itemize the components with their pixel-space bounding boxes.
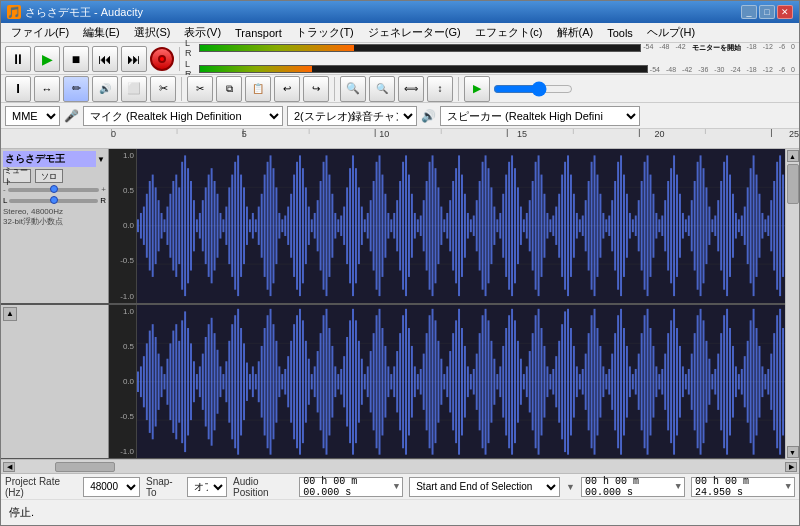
input-device-select[interactable]: マイク (Realtek High Definition [83, 106, 283, 126]
selection-end-field[interactable]: 00 h 00 m 24.950 s ▼ [691, 477, 795, 497]
play-at-speed-button[interactable]: ▶ [464, 76, 490, 102]
audio-position-field[interactable]: 00 h 00 m 00.000 s ▼ [299, 477, 403, 497]
pan-slider[interactable] [9, 199, 98, 203]
svg-rect-181 [626, 194, 628, 258]
svg-rect-214 [723, 162, 725, 290]
record-button[interactable] [150, 47, 174, 71]
svg-rect-77 [320, 181, 322, 271]
svg-rect-15 [137, 219, 139, 232]
svg-rect-121 [449, 200, 451, 251]
gain-slider[interactable] [8, 188, 100, 192]
undo-button[interactable]: ↩ [274, 76, 300, 102]
zoom-tool[interactable]: 🔊 [92, 76, 118, 102]
svg-rect-231 [773, 181, 775, 271]
next-button[interactable]: ⏭ [121, 46, 147, 72]
window-title: さらさデモ王 - Audacity [25, 5, 741, 20]
scroll-up-button[interactable]: ▲ [787, 150, 799, 162]
scale2-max: 1.0 [123, 307, 134, 316]
svg-rect-381 [555, 356, 557, 407]
scale-lower-1: -0.5 [120, 256, 134, 265]
paste-button[interactable]: 📋 [245, 76, 271, 102]
waveform-1[interactable]: // This won't execute in SVG context, us… [137, 149, 785, 303]
svg-rect-28 [175, 175, 177, 277]
svg-rect-411 [644, 315, 646, 448]
timeshift-tool[interactable]: ⬜ [121, 76, 147, 102]
svg-rect-228 [764, 219, 766, 232]
svg-rect-76 [317, 200, 319, 251]
zoom-in-button[interactable]: 🔍 [340, 76, 366, 102]
fit-h-button[interactable]: ⟺ [398, 76, 424, 102]
solo-button[interactable]: ソロ [35, 169, 63, 183]
svg-rect-371 [526, 366, 528, 397]
scroll-thumb-vertical[interactable] [787, 164, 799, 204]
svg-rect-372 [529, 351, 531, 412]
prev-button[interactable]: ⏮ [92, 46, 118, 72]
envelope-tool[interactable]: ↔ [34, 76, 60, 102]
minimize-button[interactable]: _ [741, 5, 757, 19]
track-collapse-button[interactable]: ▼ [96, 154, 106, 164]
svg-rect-186 [641, 181, 643, 271]
output-device-select[interactable]: スピーカー (Realtek High Defini [440, 106, 640, 126]
waveform-2[interactable] [137, 305, 785, 459]
svg-rect-136 [493, 207, 495, 245]
scroll-down-button[interactable]: ▼ [787, 446, 799, 458]
waveform-svg-1: // This won't execute in SVG context, us… [137, 149, 785, 303]
track-header-1: さらさデモ王 ▼ ミュート ソロ - + [1, 149, 109, 303]
stop-button[interactable]: ■ [63, 46, 89, 72]
channel-select[interactable]: 2(ステレオ)録音チャンネ [287, 106, 417, 126]
cut-button[interactable]: ✂ [187, 76, 213, 102]
svg-rect-349 [461, 328, 463, 435]
svg-rect-345 [449, 351, 451, 412]
vu-fill-2 [200, 66, 312, 72]
selection-mode-select[interactable]: Start and End of Selection Start and Len… [409, 477, 560, 497]
multi-tool[interactable]: ✂ [150, 76, 176, 102]
scroll-left-button[interactable]: ◀ [3, 462, 15, 472]
mute-button[interactable]: ミュート [3, 169, 31, 183]
svg-rect-442 [735, 366, 737, 397]
scroll-right-button[interactable]: ▶ [785, 462, 797, 472]
track-header-2: ▲ [1, 305, 109, 459]
waveform-2-container: 1.0 0.5 0.0 -0.5 -1.0 [109, 305, 785, 459]
svg-rect-27 [172, 181, 174, 271]
svg-rect-133 [485, 155, 487, 296]
main-area: さらさデモ王 ▼ ミュート ソロ - + [1, 149, 799, 459]
svg-rect-272 [234, 315, 236, 448]
zoom-out-button[interactable]: 🔍 [369, 76, 395, 102]
track-scroll-up[interactable]: ▲ [3, 307, 17, 321]
play-button[interactable]: ▶ [34, 46, 60, 72]
speed-slider[interactable] [493, 82, 573, 96]
track-scroll-buttons: ▲ [3, 307, 17, 321]
svg-rect-103 [396, 200, 398, 251]
api-select[interactable]: MME [5, 106, 60, 126]
vertical-scrollbar[interactable]: ▲ ▼ [785, 149, 799, 459]
svg-rect-29 [178, 187, 180, 264]
svg-rect-192 [658, 219, 660, 232]
snap-to-select[interactable]: オフ [187, 477, 227, 497]
copy-button[interactable]: ⧉ [216, 76, 242, 102]
redo-button[interactable]: ↪ [303, 76, 329, 102]
menu-edit[interactable]: 編集(E) [77, 23, 126, 42]
menu-file[interactable]: ファイル(F) [5, 23, 75, 42]
pause-button[interactable]: ⏸ [5, 46, 31, 72]
svg-rect-138 [499, 213, 501, 239]
select-tool[interactable]: I [5, 76, 31, 102]
svg-rect-398 [605, 374, 607, 389]
fit-v-button[interactable]: ↕ [427, 76, 453, 102]
close-button[interactable]: ✕ [777, 5, 793, 19]
svg-rect-425 [685, 374, 687, 389]
project-rate-select[interactable]: 48000 [83, 477, 140, 497]
svg-rect-267 [219, 366, 221, 397]
svg-rect-405 [626, 345, 628, 417]
transport-toolbar: ⏸ ▶ ■ ⏮ ⏭ LR -54-48-42 モニターを開始 -18-12-60 [1, 43, 799, 75]
maximize-button[interactable]: □ [759, 5, 775, 19]
draw-tool[interactable]: ✏ [63, 76, 89, 102]
horizontal-scrollbar[interactable]: ◀ ▶ [1, 459, 799, 473]
menu-select[interactable]: 選択(S) [128, 23, 177, 42]
svg-rect-222 [747, 187, 749, 264]
svg-rect-26 [169, 194, 171, 258]
svg-rect-211 [714, 216, 716, 236]
scroll-thumb-horizontal[interactable] [55, 462, 115, 472]
svg-rect-360 [493, 358, 495, 404]
svg-rect-265 [214, 333, 216, 430]
selection-start-field[interactable]: 00 h 00 m 00.000 s ▼ [581, 477, 685, 497]
